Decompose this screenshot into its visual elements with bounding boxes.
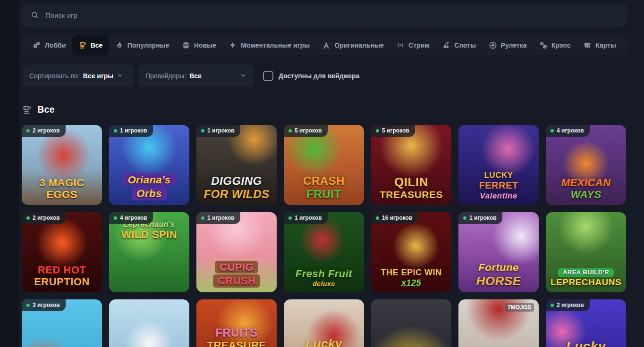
game-title-line: Fortune: [478, 262, 518, 273]
wager-filter[interactable]: Доступны для вейджера: [263, 71, 359, 81]
new-badge-icon: NEW: [182, 41, 190, 50]
game-title-line: MEXICAN: [561, 177, 611, 189]
game-title-line: Fresh Fruit: [296, 268, 352, 280]
wager-checkbox-label: Доступны для вейджера: [279, 72, 359, 80]
game-tile[interactable]: 3 игроков: [22, 299, 102, 347]
game-tile[interactable]: [371, 299, 451, 347]
category-tab[interactable]: Слоты: [436, 35, 482, 55]
game-title-line: ERUPTION: [34, 276, 90, 288]
category-tab[interactable]: Моментальные игры: [222, 35, 316, 55]
game-tile[interactable]: AREA BUILD'RLEPRECHAUNS: [546, 212, 626, 292]
game-tile[interactable]: 16 игроковTHE EPIC WINx125: [371, 212, 451, 292]
roulette-wheel-icon: [489, 41, 497, 50]
game-title-line: Lucky: [566, 339, 605, 347]
game-tile[interactable]: 4 игроковLeprechaun'sWILD SPIN: [109, 212, 189, 292]
game-tile[interactable]: 2 игроковRED HOTERUPTION: [22, 212, 102, 292]
online-dot-icon: [288, 216, 292, 220]
game-title: AREA BUILD'RLEPRECHAUNS: [548, 268, 624, 288]
online-dot-icon: [201, 216, 204, 220]
game-title: CUPIGCRUSH: [198, 261, 275, 288]
game-title-line: CRASH: [303, 175, 345, 187]
game-title: CRASHFRUIT: [286, 175, 362, 200]
game-title-line: WILD SPIN: [121, 229, 177, 240]
game-title-line: LUCKY: [484, 171, 513, 180]
game-title: DIGGINGFOR WILDS: [198, 175, 275, 200]
game-tile[interactable]: 5 игроковQILINTREASURES: [371, 125, 451, 205]
game-title: FortuneHORSE: [460, 262, 537, 288]
player-count-badge: 1 игроков: [196, 125, 240, 137]
category-tab[interactable]: Все: [72, 35, 109, 55]
slot-machine-icon: [22, 105, 32, 115]
game-tile[interactable]: 2 игроковLucky: [546, 299, 626, 347]
game-title-line: THE EPIC WIN: [381, 268, 441, 277]
game-tile[interactable]: 1 игроковFresh Fruitdeluxe: [284, 212, 364, 292]
category-tab[interactable]: Популярные: [109, 35, 175, 55]
category-tab[interactable]: Оригинальные: [316, 35, 390, 55]
player-count-badge: 5 игроков: [371, 125, 415, 137]
game-tile[interactable]: 7MOJOS: [458, 299, 539, 347]
game-title-line: TREASURE: [207, 340, 266, 347]
providers-value: Все: [189, 72, 202, 80]
category-tab[interactable]: Стрим: [390, 35, 435, 55]
svg-text:NEW: NEW: [183, 44, 189, 47]
craps-dice-icon: [539, 41, 548, 50]
tab-label: Моментальные игры: [241, 41, 310, 49]
game-tile[interactable]: 1 игроковCUPIGCRUSH: [196, 212, 277, 292]
search-bar[interactable]: [22, 4, 627, 26]
game-title-line: FRUITS: [215, 327, 258, 339]
left-page-margin: [0, 0, 19, 347]
category-tab[interactable]: Лобби: [26, 35, 72, 55]
sort-dropdown[interactable]: Сортировать по: Все игры: [22, 65, 134, 87]
player-count-text: 1 игроков: [469, 215, 497, 221]
slot-machine-icon: [78, 41, 87, 50]
providers-dropdown[interactable]: Провайдеры: Все: [138, 65, 254, 87]
game-title-line: FERRET: [479, 181, 518, 191]
game-tile[interactable]: FRUITSTREASURE: [196, 299, 277, 347]
player-count-text: 1 игроков: [295, 215, 322, 221]
online-dot-icon: [201, 129, 204, 132]
online-dot-icon: [288, 129, 292, 132]
game-tile[interactable]: 1 игроковOriana'sOrbs: [109, 125, 189, 205]
game-title: RED HOTERUPTION: [24, 264, 100, 288]
lobby-dice-icon: [33, 41, 41, 50]
player-count-badge: 2 игроков: [22, 125, 66, 137]
game-title-line: 3 MAGIC: [39, 177, 84, 189]
game-tile[interactable]: 2 игроков3 MAGICEGGS: [22, 125, 102, 205]
online-dot-icon: [114, 216, 117, 220]
player-count-badge: 1 игроков: [458, 212, 502, 224]
online-dot-icon: [376, 129, 379, 132]
game-tile[interactable]: 1 игроковFortuneHORSE: [458, 212, 539, 292]
player-count-text: 4 игроков: [120, 215, 147, 221]
game-title: Lucky: [286, 337, 362, 347]
player-count-badge: 2 игроков: [546, 299, 590, 311]
game-tile[interactable]: 5 игроковCRASHFRUIT: [284, 125, 364, 205]
tab-label: Оригинальные: [334, 41, 383, 49]
online-dot-icon: [551, 129, 554, 132]
player-count-text: 1 игроков: [207, 127, 235, 134]
games-grid: 2 игроков3 MAGICEGGS1 игроковOriana'sOrb…: [22, 125, 627, 347]
tab-label: Стрим: [408, 41, 429, 49]
sort-label: Сортировать по:: [29, 72, 80, 80]
game-tile[interactable]: Lucky: [284, 299, 364, 347]
player-count-badge: 4 игроков: [546, 125, 590, 137]
search-input[interactable]: [45, 11, 618, 19]
category-tab[interactable]: NEWНовые: [176, 35, 222, 55]
wager-checkbox[interactable]: [263, 71, 273, 81]
tab-label: Крэпс: [551, 41, 571, 49]
game-tile[interactable]: [109, 299, 189, 347]
category-tab[interactable]: Крэпс: [533, 35, 577, 55]
game-tile[interactable]: LUCKYFERRETValentine: [458, 125, 539, 205]
player-count-text: 1 игроков: [120, 127, 147, 134]
category-tab[interactable]: Рулетка: [483, 35, 533, 55]
game-tile[interactable]: 4 игроковMEXICANWAYS: [546, 125, 626, 205]
game-title-line: Lucky: [305, 337, 342, 347]
category-tab[interactable]: Карты: [577, 35, 622, 55]
online-dot-icon: [551, 304, 554, 307]
player-count-badge: 5 игроков: [284, 125, 328, 137]
tab-label: Лобби: [45, 41, 66, 49]
online-dot-icon: [376, 216, 379, 220]
game-title-line: HORSE: [476, 274, 521, 288]
tab-label: Рулетка: [501, 41, 527, 49]
game-tile[interactable]: 1 игроковDIGGINGFOR WILDS: [196, 125, 277, 205]
stream-icon: [396, 41, 405, 50]
